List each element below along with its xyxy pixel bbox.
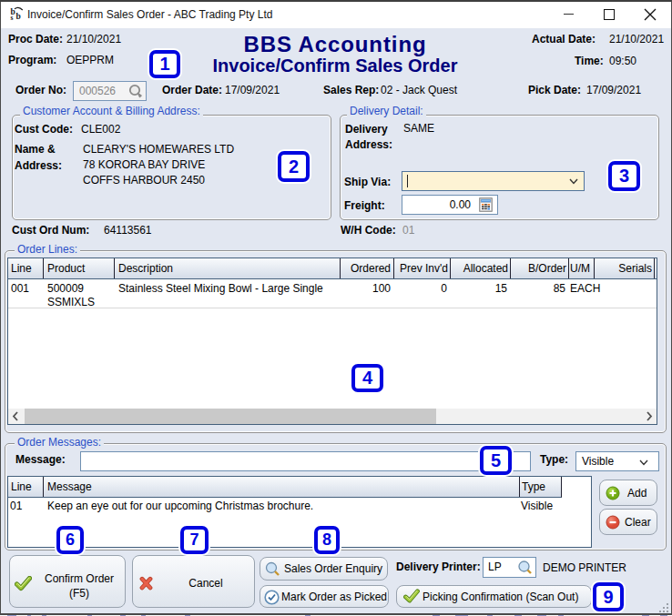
svg-text:b: b xyxy=(16,12,21,21)
svg-text:s: s xyxy=(11,14,14,20)
